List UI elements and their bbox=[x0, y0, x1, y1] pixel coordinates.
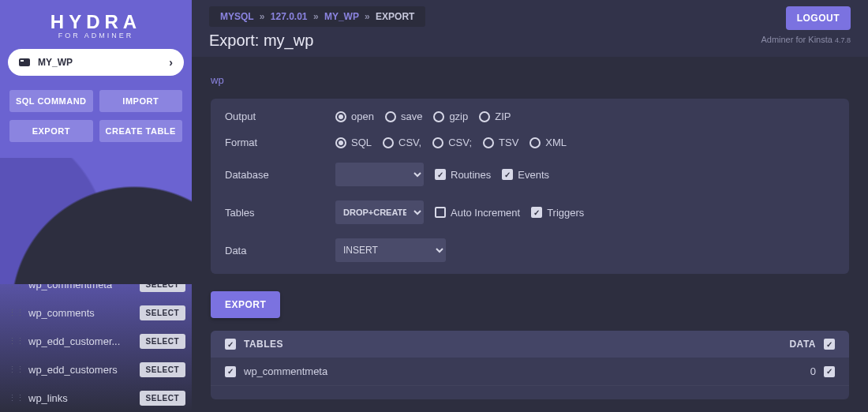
output-option-save[interactable]: save bbox=[385, 110, 422, 122]
main: MYSQL » 127.0.01 » MY_WP » EXPORT Export… bbox=[192, 0, 868, 412]
drag-icon: ⋮⋮ bbox=[8, 279, 24, 290]
drag-icon: ⋮⋮ bbox=[8, 308, 24, 318]
sidebar-table-row[interactable]: ⋮⋮wp_commentmeta SELECT bbox=[8, 270, 185, 298]
tables-grid-header: TABLES DATA bbox=[211, 331, 849, 358]
crumb-current: EXPORT bbox=[376, 11, 414, 22]
form-row-data: Data INSERT bbox=[211, 231, 849, 269]
radio-icon bbox=[479, 111, 490, 122]
tables-grid-row: wp_commentmeta 0 bbox=[211, 358, 849, 385]
sidebar: HYDRA FOR ADMINER MY_WP › SQL COMMAND IM… bbox=[0, 0, 192, 412]
sidebar-table-row[interactable]: ⋮⋮wp_links SELECT bbox=[8, 384, 185, 412]
sidebar-table-row[interactable]: ⋮⋮wp_comments SELECT bbox=[8, 298, 185, 327]
form-row-format: Format SQL CSV, CSV; TSV XML bbox=[211, 129, 849, 155]
data-header-label: DATA bbox=[789, 339, 816, 350]
format-option-xml[interactable]: XML bbox=[529, 137, 567, 148]
radio-icon bbox=[433, 111, 444, 122]
routines-checkbox[interactable]: Routines bbox=[435, 169, 491, 181]
crumb-sep: » bbox=[313, 11, 319, 22]
export-form-panel: Output open save gzip ZIP Format SQL CSV… bbox=[211, 99, 849, 274]
sidebar-select-button[interactable]: SELECT bbox=[140, 334, 185, 349]
sidebar-table-row[interactable]: ⋮⋮wp_edd_customer... SELECT bbox=[8, 327, 185, 355]
sidebar-table-row[interactable]: ⋮⋮wp_edd_customers SELECT bbox=[8, 355, 185, 384]
drag-icon: ⋮⋮ bbox=[8, 365, 24, 375]
tables-label: Tables bbox=[225, 207, 335, 219]
format-option-csvs[interactable]: CSV; bbox=[432, 137, 472, 148]
auto-increment-checkbox[interactable]: Auto Increment bbox=[435, 207, 520, 219]
crumb-sep: » bbox=[260, 11, 265, 22]
sidebar-select-button[interactable]: SELECT bbox=[140, 277, 185, 292]
drag-icon: ⋮⋮ bbox=[8, 336, 24, 346]
product-version: 4.7.8 bbox=[835, 36, 851, 44]
row-table-name: wp_commentmeta bbox=[244, 365, 327, 377]
form-row-database: Database Routines Events bbox=[211, 155, 849, 193]
sql-command-button[interactable]: SQL COMMAND bbox=[9, 90, 93, 112]
tables-header-checkbox[interactable] bbox=[225, 339, 236, 350]
radio-icon bbox=[432, 137, 443, 148]
checkbox-icon bbox=[435, 169, 446, 180]
form-row-output: Output open save gzip ZIP bbox=[211, 103, 849, 129]
tables-header-label: TABLES bbox=[244, 339, 283, 350]
output-option-gzip[interactable]: gzip bbox=[433, 110, 468, 122]
events-checkbox[interactable]: Events bbox=[502, 169, 549, 181]
sidebar-table-name: wp_edd_customer... bbox=[28, 335, 120, 347]
db-selector-label: MY_WP bbox=[38, 57, 73, 68]
tables-grid: TABLES DATA wp_commentmeta 0 bbox=[211, 331, 849, 399]
page-title: Export: my_wp bbox=[209, 32, 425, 50]
checkbox-icon bbox=[502, 169, 513, 180]
checkbox-icon bbox=[435, 207, 446, 218]
chevron-right-icon: › bbox=[169, 56, 173, 69]
crumb-sep: » bbox=[365, 11, 370, 22]
storage-icon bbox=[19, 58, 30, 66]
sidebar-table-name: wp_commentmeta bbox=[28, 279, 112, 290]
sidebar-table-name: wp_edd_customers bbox=[28, 364, 118, 376]
radio-icon bbox=[383, 137, 394, 148]
breadcrumb: MYSQL » 127.0.01 » MY_WP » EXPORT bbox=[209, 6, 425, 27]
sidebar-table-name: wp_links bbox=[28, 392, 68, 404]
format-option-csvc[interactable]: CSV, bbox=[383, 137, 421, 148]
radio-icon bbox=[483, 137, 494, 148]
topbar: MYSQL » 127.0.01 » MY_WP » EXPORT Export… bbox=[192, 0, 868, 57]
row-table-checkbox[interactable] bbox=[225, 366, 236, 377]
import-button[interactable]: IMPORT bbox=[99, 90, 183, 112]
output-option-zip[interactable]: ZIP bbox=[479, 110, 511, 122]
tables-select[interactable]: DROP+CREATE bbox=[335, 200, 424, 224]
row-data-checkbox[interactable] bbox=[824, 366, 835, 377]
logout-button[interactable]: LOGOUT bbox=[786, 6, 851, 30]
schema-link[interactable]: wp bbox=[211, 74, 224, 86]
crumb-engine[interactable]: MYSQL bbox=[220, 11, 253, 22]
brand-tagline: FOR ADMINER bbox=[0, 32, 192, 39]
format-option-tsv[interactable]: TSV bbox=[483, 137, 518, 148]
radio-icon bbox=[335, 111, 346, 122]
data-select[interactable]: INSERT bbox=[335, 238, 446, 262]
brand-logo: HYDRA FOR ADMINER bbox=[0, 11, 192, 39]
crumb-db[interactable]: MY_WP bbox=[324, 11, 359, 22]
crumb-host[interactable]: 127.0.01 bbox=[271, 11, 308, 22]
format-label: Format bbox=[225, 137, 335, 148]
radio-icon bbox=[385, 111, 396, 122]
create-table-button[interactable]: CREATE TABLE bbox=[99, 120, 183, 142]
triggers-checkbox[interactable]: Triggers bbox=[531, 207, 584, 219]
row-data-count: 0 bbox=[810, 365, 816, 377]
brand-name: HYDRA bbox=[0, 11, 192, 33]
db-selector[interactable]: MY_WP › bbox=[8, 49, 184, 76]
sidebar-select-button[interactable]: SELECT bbox=[140, 391, 185, 406]
database-select[interactable] bbox=[335, 163, 424, 186]
data-label: Data bbox=[225, 245, 335, 257]
sidebar-select-button[interactable]: SELECT bbox=[140, 362, 185, 377]
product-label: Adminer for Kinsta 4.7.8 bbox=[761, 35, 851, 44]
form-row-tables: Tables DROP+CREATE Auto Increment Trigge… bbox=[211, 193, 849, 231]
export-submit-button[interactable]: EXPORT bbox=[211, 291, 280, 318]
radio-icon bbox=[529, 137, 541, 148]
database-label: Database bbox=[225, 169, 335, 181]
checkbox-icon bbox=[531, 207, 542, 218]
output-label: Output bbox=[225, 110, 335, 122]
sidebar-select-button[interactable]: SELECT bbox=[140, 305, 185, 320]
data-header-checkbox[interactable] bbox=[824, 339, 835, 350]
radio-icon bbox=[335, 137, 346, 148]
export-button[interactable]: EXPORT bbox=[9, 120, 93, 142]
output-option-open[interactable]: open bbox=[335, 110, 374, 122]
sidebar-table-name: wp_comments bbox=[28, 307, 95, 319]
drag-icon: ⋮⋮ bbox=[8, 393, 24, 403]
format-option-sql[interactable]: SQL bbox=[335, 137, 372, 148]
sidebar-table-list: ⋮⋮wp_commentmeta SELECT ⋮⋮wp_comments SE… bbox=[0, 270, 192, 412]
